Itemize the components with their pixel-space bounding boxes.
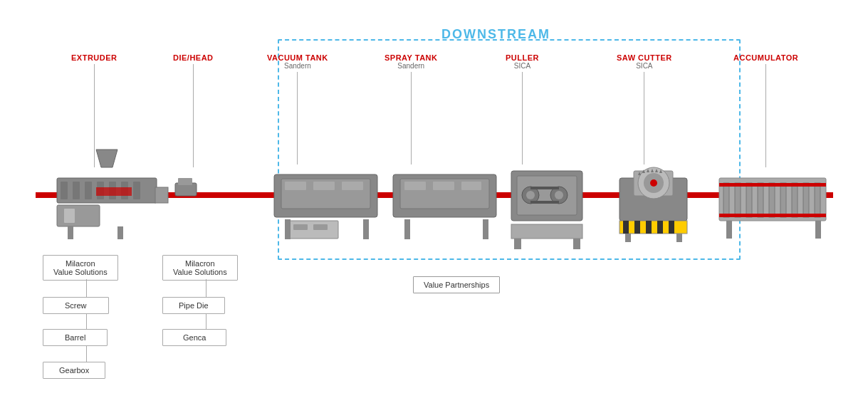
svg-point-38	[526, 191, 535, 199]
value-partnerships-label: Value Partnerships	[424, 281, 489, 289]
svg-rect-4	[73, 182, 80, 199]
spray-tank-subtitle: Sandern	[397, 62, 424, 70]
svg-rect-32	[461, 182, 481, 190]
barrel-label: Barrel	[65, 333, 85, 342]
svg-rect-78	[815, 221, 821, 239]
svg-rect-60	[646, 221, 652, 234]
screw-box: Screw	[43, 297, 109, 314]
svg-marker-1	[96, 150, 117, 167]
puller-subtitle: SICA	[514, 62, 530, 70]
main-container: DOWNSTREAM EXTRUDER DIE/HEAD VACUUM TANK…	[0, 0, 868, 413]
connector-1	[86, 279, 87, 299]
die-head-title: DIE/HEAD	[173, 53, 214, 62]
svg-rect-69	[758, 183, 763, 217]
svg-rect-12	[68, 226, 73, 239]
svg-rect-33	[404, 219, 410, 239]
svg-rect-9	[133, 182, 140, 199]
svg-rect-14	[155, 187, 168, 203]
spray-tank-title: SPRAY TANK	[385, 53, 437, 62]
svg-rect-20	[285, 182, 306, 190]
value-partnerships-box: Value Partnerships	[413, 276, 500, 293]
machines-illustration	[36, 139, 840, 253]
svg-rect-13	[117, 226, 123, 239]
svg-rect-27	[363, 219, 369, 239]
svg-rect-66	[723, 183, 729, 217]
gearbox-label: Gearbox	[59, 366, 89, 375]
screw-label: Screw	[65, 301, 87, 310]
pipe-die-box: Pipe Die	[162, 297, 225, 314]
svg-rect-45	[573, 239, 580, 249]
extruder-value-box: MilacronValue Solutions	[43, 255, 118, 281]
extruder-title: EXTRUDER	[71, 53, 117, 62]
svg-rect-5	[85, 182, 92, 199]
svg-rect-41	[530, 187, 559, 189]
svg-rect-11	[64, 209, 75, 223]
svg-rect-17	[178, 178, 192, 185]
svg-rect-26	[285, 219, 291, 239]
svg-rect-42	[530, 201, 559, 204]
svg-rect-58	[623, 221, 629, 234]
svg-rect-21	[313, 182, 335, 190]
svg-rect-31	[433, 182, 454, 190]
die-head-value-label: MilacronValue Solutions	[173, 259, 227, 276]
svg-rect-57	[619, 221, 687, 234]
svg-rect-62	[669, 221, 674, 234]
svg-rect-67	[735, 183, 741, 217]
connector-3	[86, 346, 87, 363]
svg-rect-63	[625, 234, 631, 242]
svg-rect-44	[514, 239, 521, 249]
svg-rect-74	[815, 183, 820, 217]
extruder-value-label: MilacronValue Solutions	[53, 259, 108, 276]
svg-point-50	[650, 179, 657, 187]
barrel-box: Barrel	[43, 329, 108, 346]
svg-rect-61	[657, 221, 663, 234]
connector-4	[206, 279, 206, 299]
svg-rect-15	[96, 187, 132, 196]
svg-rect-3	[61, 182, 68, 199]
gearbox-box: Gearbox	[43, 362, 105, 379]
svg-rect-43	[511, 224, 582, 239]
svg-rect-34	[483, 219, 488, 239]
accumulator-title: ACCUMULATOR	[733, 53, 798, 62]
svg-rect-64	[676, 234, 682, 242]
svg-rect-75	[719, 183, 826, 187]
svg-rect-10	[57, 205, 100, 226]
svg-rect-71	[780, 183, 786, 217]
svg-rect-77	[726, 221, 732, 239]
die-head-value-box: MilacronValue Solutions	[162, 255, 238, 281]
svg-rect-68	[746, 183, 752, 217]
pipe-die-label: Pipe Die	[179, 301, 209, 310]
genca-label: Genca	[183, 333, 206, 342]
saw-cutter-subtitle: SICA	[636, 62, 652, 70]
vacuum-tank-title: VACUUM TANK	[267, 53, 328, 62]
svg-rect-73	[803, 183, 809, 217]
svg-rect-70	[769, 183, 775, 217]
svg-rect-72	[792, 183, 798, 217]
saw-cutter-title: SAW CUTTER	[617, 53, 672, 62]
svg-point-40	[555, 191, 563, 199]
svg-rect-24	[293, 224, 308, 230]
svg-rect-30	[404, 182, 426, 190]
genca-box: Genca	[162, 329, 226, 346]
svg-rect-25	[313, 224, 328, 230]
svg-rect-76	[719, 214, 826, 217]
vacuum-tank-subtitle: Sandern	[284, 62, 311, 70]
svg-rect-59	[634, 221, 640, 234]
puller-title: PULLER	[506, 53, 539, 62]
svg-rect-22	[342, 182, 363, 190]
